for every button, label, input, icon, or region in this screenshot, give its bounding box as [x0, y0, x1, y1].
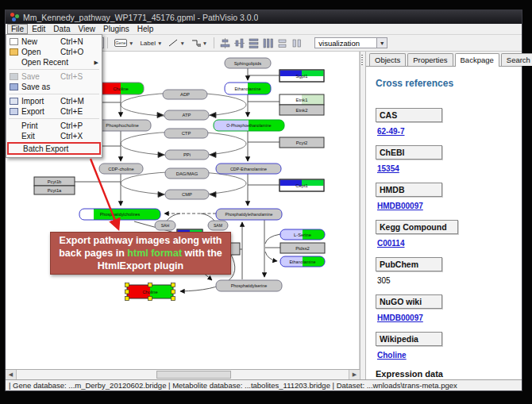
pathway-node-sphingolipids[interactable]: Sphingolipids: [225, 58, 271, 68]
pathway-node-cdp-ethanolamine[interactable]: CDP-Ethanolamine: [216, 164, 281, 174]
pathway-node-l-serine[interactable]: L-Serine: [280, 229, 325, 240]
xref-link[interactable]: HMDB00097: [377, 314, 515, 322]
scroll-right-icon[interactable]: ▶: [349, 370, 360, 379]
pathway-node-dag-mag[interactable]: DAG/MAG: [165, 168, 209, 179]
pathway-node-cept1[interactable]: Cept1: [279, 179, 324, 191]
xref-link[interactable]: C00114: [377, 239, 515, 248]
new-label-button[interactable]: Label ▼: [137, 36, 165, 50]
pathway-node-phosphatidylethanolamine[interactable]: Phosphatidylethanolamine: [216, 209, 282, 220]
match-width-icon: [277, 38, 287, 48]
selection-handle[interactable]: [172, 283, 175, 287]
menu-item-print[interactable]: PrintCtrl+P: [7, 121, 101, 131]
pathway-node-ethanolamine[interactable]: Ethanolamine: [225, 83, 271, 94]
pathway-node-phosphatidylserine[interactable]: Phosphatidylserine: [216, 280, 282, 291]
xref-link[interactable]: 15354: [377, 164, 515, 173]
chevron-down-icon[interactable]: ▼: [179, 40, 184, 46]
xref-database-name: Wikipedia: [376, 332, 442, 346]
menu-item-export[interactable]: ExportCtrl+E: [7, 106, 101, 117]
xref-database-name: CAS: [376, 108, 442, 122]
title-bar[interactable]: Mm_Kennedy_pathway_WP1771_45176.gpml - P…: [6, 10, 522, 24]
chevron-down-icon[interactable]: ▼: [129, 40, 133, 46]
pathway-node-phosphatidylcholines[interactable]: Phosphatidylcholines: [79, 209, 160, 220]
xref-database-name: ChEBI: [376, 145, 442, 160]
menubar-item-file[interactable]: File: [7, 24, 28, 34]
pathway-node-sah[interactable]: SAH: [155, 221, 175, 230]
match-width-button[interactable]: [275, 37, 289, 49]
pathway-node-choline[interactable]: Choline: [98, 83, 144, 94]
align-middle-button[interactable]: [232, 37, 246, 49]
scrollbar-track[interactable]: [17, 370, 349, 379]
selection-handle[interactable]: [172, 290, 175, 294]
selection-handle[interactable]: [125, 283, 129, 287]
menubar-item-view[interactable]: View: [74, 24, 99, 34]
horizontal-scrollbar[interactable]: ◀ ▶: [6, 369, 360, 379]
pathway-node-ppi[interactable]: PPi: [165, 150, 209, 160]
pathway-node-o-phosphoethanolamine[interactable]: O-Phosphoethanolamine: [214, 120, 284, 131]
distribute-horizontal-button[interactable]: [260, 37, 275, 49]
tab-properties[interactable]: Properties: [407, 53, 453, 66]
xref-link[interactable]: HMDB00097: [377, 202, 515, 210]
menu-item-save-as[interactable]: Save as: [7, 82, 101, 92]
pathway-node-pcyt1a[interactable]: Pcyt1a: [34, 186, 75, 194]
pathway-node-pcyt1b[interactable]: Pcyt1b: [34, 177, 75, 186]
pathway-node-cdp-choline[interactable]: CDP-choline: [99, 164, 143, 174]
pathway-node-choline[interactable]: Choline: [125, 283, 175, 301]
menubar-item-data[interactable]: Data: [49, 24, 74, 34]
pathway-node-etnk2[interactable]: Etnk2: [279, 105, 324, 115]
new-connector-button[interactable]: ▼: [188, 36, 210, 50]
svg-text:L-Serine: L-Serine: [294, 233, 311, 237]
xref-section-hmdb: HMDBHMDB00097: [376, 183, 515, 210]
pathway-node-sgpl1[interactable]: Sgpl1: [279, 70, 324, 82]
new-gene-button[interactable]: Gene ▼: [111, 36, 137, 50]
menu-item-open[interactable]: OpenCtrl+O: [7, 47, 101, 57]
menu-item-new[interactable]: NewCtrl+N: [7, 37, 101, 47]
pathway-node-ptdss2[interactable]: Ptdss2: [280, 243, 325, 253]
pathway-node-adp[interactable]: ADP: [163, 90, 207, 99]
pathway-node-ctp[interactable]: CTP: [164, 129, 208, 138]
tab-search[interactable]: Search: [501, 53, 532, 66]
selection-handle[interactable]: [125, 297, 129, 301]
selection-handle[interactable]: [148, 297, 152, 301]
xref-link[interactable]: Choline: [377, 351, 515, 360]
pathway-node-etnk1[interactable]: Etnk1: [279, 94, 324, 105]
menubar-item-help[interactable]: Help: [133, 24, 158, 34]
menu-item-exit[interactable]: ExitCtrl+X: [7, 131, 101, 141]
align-center-button[interactable]: [218, 37, 232, 49]
reaction-arrowhead: [210, 113, 216, 118]
scroll-left-icon[interactable]: ◀: [6, 370, 17, 379]
selection-handle[interactable]: [172, 297, 175, 301]
backpage-panel[interactable]: Cross references CAS62-49-7ChEBI15354HMD…: [366, 67, 522, 379]
distribute-vertical-button[interactable]: [246, 37, 260, 49]
visualization-combobox[interactable]: visualization ▼: [314, 37, 387, 48]
pathway-node-ethanolamine[interactable]: Ethanolamine: [280, 256, 325, 267]
xref-link[interactable]: 62-49-7: [377, 127, 515, 136]
pathway-node-cmp[interactable]: CMP: [165, 190, 209, 199]
import-icon: [10, 98, 18, 105]
menubar-item-plugins[interactable]: Plugins: [99, 24, 133, 34]
scrollbar-thumb[interactable]: [156, 371, 231, 379]
svg-text:Pcyt2: Pcyt2: [296, 140, 308, 145]
menu-item-batch-export[interactable]: Batch Export: [7, 142, 101, 155]
tab-backpage[interactable]: Backpage: [455, 53, 499, 67]
pathway-node-sam[interactable]: SAM: [208, 221, 228, 230]
selection-handle[interactable]: [148, 283, 152, 287]
match-height-button[interactable]: [289, 37, 303, 49]
cross-references-heading: Cross references: [376, 78, 515, 89]
chevron-down-icon[interactable]: ▼: [202, 40, 207, 46]
chevron-down-icon[interactable]: ▼: [376, 38, 387, 48]
chevron-down-icon[interactable]: ▼: [157, 40, 162, 46]
menu-item-open-recent[interactable]: Open Recent▶: [7, 57, 101, 67]
panel-splitter[interactable]: [360, 52, 366, 379]
new-line-button[interactable]: ▼: [165, 36, 187, 50]
menu-item-shortcut: Ctrl+N: [60, 37, 92, 46]
svg-text:SAM: SAM: [214, 223, 222, 228]
tab-objects[interactable]: Objects: [369, 53, 406, 66]
selection-handle[interactable]: [125, 290, 129, 294]
menubar-item-edit[interactable]: Edit: [28, 24, 49, 34]
svg-text:PPi: PPi: [183, 152, 191, 157]
menu-item-import[interactable]: ImportCtrl+M: [7, 96, 101, 106]
pathway-node-atp[interactable]: ATP: [164, 110, 209, 120]
pathway-node-pcyt2[interactable]: Pcyt2: [279, 137, 324, 148]
side-panel-tabs: ObjectsPropertiesBackpageSearchLegend: [366, 52, 522, 67]
svg-text:ATP: ATP: [183, 113, 191, 117]
